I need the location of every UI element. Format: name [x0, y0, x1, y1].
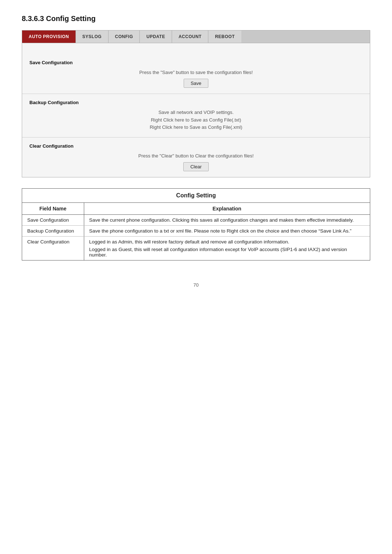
clear-button[interactable]: Clear — [183, 162, 208, 171]
save-configuration-label: Save Configuration — [29, 60, 363, 65]
backup-link-xml[interactable]: Right Click here to Save as Config File(… — [29, 124, 363, 131]
field-save: Save Configuration — [22, 214, 84, 225]
backup-configuration-content: Save all network and VOIP settings. Righ… — [29, 109, 363, 131]
explanation-backup: Save the phone configuration to a txt or… — [84, 225, 370, 236]
col-header-field: Field Name — [22, 203, 84, 215]
table-row: Clear Configuration Logged in as Admin, … — [22, 236, 370, 260]
explanation-clear: Logged in as Admin, this will restore fa… — [84, 236, 370, 260]
backup-configuration-section: Backup Configuration Save all network an… — [22, 94, 370, 138]
section-title: 8.3.6.3 Config Setting — [22, 15, 370, 23]
explanation-save: Save the current phone configuration. Cl… — [84, 214, 370, 225]
tab-update[interactable]: UPDATE — [140, 30, 172, 43]
table-row: Save Configuration Save the current phon… — [22, 214, 370, 225]
page-number: 70 — [22, 282, 370, 288]
field-backup: Backup Configuration — [22, 225, 84, 236]
clear-configuration-section: Clear Configuration Press the "Clear" bu… — [22, 138, 370, 177]
config-panel: Save Configuration Press the "Save" butt… — [22, 43, 370, 177]
nav-bar: AUTO PROVISION SYSLOG CONFIG UPDATE ACCO… — [22, 30, 370, 43]
col-header-explanation: Explanation — [84, 203, 370, 215]
save-configuration-section: Save Configuration Press the "Save" butt… — [22, 54, 370, 94]
backup-link-txt[interactable]: Right Click here to Save as Config File(… — [29, 116, 363, 124]
field-clear: Clear Configuration — [22, 236, 84, 260]
save-configuration-content: Press the "Save" button to save the conf… — [29, 69, 363, 88]
save-button[interactable]: Save — [184, 79, 208, 88]
ref-table-title: Config Setting — [22, 189, 370, 203]
tab-reboot[interactable]: REBOOT — [208, 30, 241, 43]
clear-description: Press the "Clear" button to Clear the co… — [29, 152, 363, 160]
reference-table-wrapper: Config Setting Field Name Explanation Sa… — [22, 188, 370, 260]
clear-configuration-label: Clear Configuration — [29, 143, 363, 149]
table-row: Backup Configuration Save the phone conf… — [22, 225, 370, 236]
tab-auto-provision[interactable]: AUTO PROVISION — [22, 30, 76, 43]
tab-syslog[interactable]: SYSLOG — [76, 30, 109, 43]
tab-account[interactable]: ACCOUNT — [172, 30, 209, 43]
clear-explanation-line2: Logged in as Guest, this will reset all … — [89, 247, 365, 258]
save-description: Press the "Save" button to save the conf… — [29, 69, 363, 77]
backup-description: Save all network and VOIP settings. — [29, 109, 363, 116]
clear-configuration-content: Press the "Clear" button to Clear the co… — [29, 152, 363, 171]
tab-config[interactable]: CONFIG — [109, 30, 140, 43]
backup-configuration-label: Backup Configuration — [29, 100, 363, 105]
clear-explanation-line1: Logged in as Admin, this will restore fa… — [89, 239, 365, 245]
reference-table: Field Name Explanation Save Configuratio… — [22, 203, 370, 260]
